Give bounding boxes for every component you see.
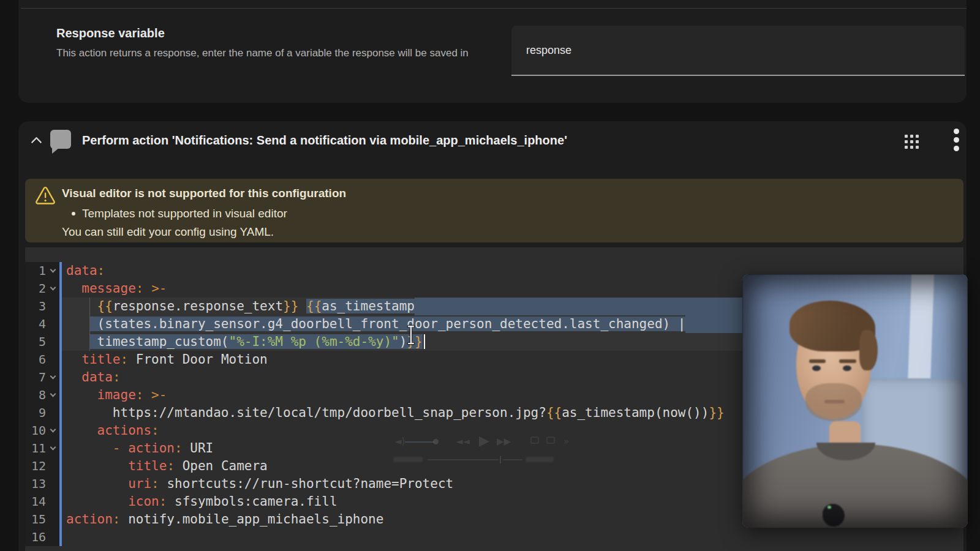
collapse-button[interactable]: [26, 130, 47, 151]
chevron-down-icon: [50, 427, 56, 433]
code-tokens: timestamp_custom("%-I:%M %p (%m-%d-%y)")…: [66, 333, 425, 351]
line-number: 11: [31, 440, 46, 457]
text-caret: [424, 334, 425, 349]
mouse-ibeam-cursor: [406, 324, 416, 345]
code-line[interactable]: 16: [25, 528, 963, 546]
line-number-gutter: 3: [25, 298, 59, 315]
line-number-gutter: 15: [25, 511, 59, 528]
fold-spacer: [46, 404, 59, 422]
line-number: 13: [31, 475, 46, 493]
line-number-gutter: 11: [25, 440, 59, 457]
fold-spacer: [46, 528, 59, 546]
visual-editor-warning: Visual editor is not supported for this …: [25, 179, 963, 242]
webcam-vignette: [742, 274, 968, 528]
code-tokens: message: >-: [66, 280, 167, 298]
section-divider: [21, 8, 967, 9]
line-number-gutter: 13: [25, 475, 59, 493]
warning-title: Visual editor is not supported for this …: [62, 185, 346, 202]
webcam-overlay: [742, 274, 968, 528]
code-line-content[interactable]: [62, 528, 963, 546]
fold-spacer: [46, 457, 59, 475]
code-tokens: {{response.response_text}} {{as_timestam…: [66, 298, 415, 315]
indent-guide: [89, 298, 90, 315]
code-tokens: data:: [66, 262, 105, 280]
fold-spacer: [46, 333, 59, 351]
code-tokens: icon: sfsymbols:camera.fill: [66, 493, 337, 511]
indent-guide: [89, 333, 90, 351]
bullet-dot: [72, 212, 75, 216]
line-number-gutter: 1: [25, 262, 59, 280]
line-number-gutter: 9: [25, 404, 59, 422]
line-number-gutter: 4: [25, 315, 59, 333]
chevron-down-icon: [50, 267, 56, 273]
code-tokens: (states.binary_sensor.g4_doorbell_front_…: [66, 315, 685, 333]
fold-spacer: [46, 493, 59, 511]
line-number: 7: [39, 369, 46, 386]
action-card-header: Perform action 'Notifications: Send a no…: [18, 121, 967, 162]
line-number: 6: [39, 351, 46, 369]
chevron-down-icon: [50, 391, 56, 397]
fold-spacer: [46, 298, 59, 315]
overflow-menu-button[interactable]: [946, 129, 967, 150]
grid-dots-icon: [905, 135, 919, 149]
line-number: 12: [31, 457, 46, 475]
fold-spacer: [46, 315, 59, 333]
code-tokens: action: notify.mobile_app_michaels_iphon…: [66, 511, 383, 528]
indent-guide: [89, 315, 90, 333]
fold-toggle[interactable]: [46, 440, 59, 457]
code-tokens: uri: shortcuts://run-shortcut?name=Prote…: [66, 475, 453, 493]
code-tokens: https://mtandao.site/local/tmp/doorbell_…: [66, 404, 725, 422]
fold-spacer: [46, 475, 59, 493]
line-number: 14: [31, 493, 46, 511]
chevron-up-icon: [31, 137, 42, 148]
line-number-gutter: 5: [25, 333, 59, 351]
line-number: 9: [39, 404, 46, 422]
fold-toggle[interactable]: [46, 369, 59, 386]
line-number: 2: [39, 280, 46, 298]
warning-triangle-icon: [35, 186, 56, 206]
line-number: 8: [39, 386, 46, 404]
line-number-gutter: 16: [25, 528, 59, 546]
warning-bullet-item: Templates not supported in visual editor: [72, 207, 287, 220]
fold-toggle[interactable]: [46, 386, 59, 404]
fold-toggle[interactable]: [46, 280, 59, 298]
kebab-icon: [954, 129, 959, 151]
code-tokens: title: Front Door Motion: [66, 351, 268, 369]
response-variable-title: Response variable: [56, 26, 165, 40]
code-tokens: data:: [66, 369, 121, 386]
code-tokens: image: >-: [66, 386, 167, 404]
line-number-gutter: 2: [25, 280, 59, 298]
code-tokens: - action: URI: [66, 440, 213, 457]
line-number-gutter: 12: [25, 457, 59, 475]
response-variable-input[interactable]: response: [511, 26, 965, 76]
automation-editor-page: Response variable This action returns a …: [0, 0, 980, 551]
warning-bullet-text: Templates not supported in visual editor: [82, 207, 287, 220]
response-variable-input-value: response: [526, 44, 571, 57]
line-number: 5: [39, 333, 46, 351]
line-number-gutter: 10: [25, 422, 59, 440]
chevron-down-icon: [50, 444, 56, 451]
code-tokens: actions:: [66, 422, 159, 440]
response-variable-card: Response variable This action returns a …: [18, 0, 967, 103]
drag-handle-button[interactable]: [901, 131, 922, 152]
line-number: 3: [39, 298, 46, 315]
comment-icon[interactable]: [50, 130, 71, 149]
line-number-gutter: 7: [25, 369, 59, 386]
action-card-title: Perform action 'Notifications: Send a no…: [82, 133, 567, 148]
line-number: 4: [39, 315, 46, 333]
response-variable-description: This action returns a response, enter th…: [56, 47, 485, 60]
line-number: 10: [31, 422, 46, 440]
fold-spacer: [46, 351, 59, 369]
line-number-gutter: 8: [25, 386, 59, 404]
fold-toggle[interactable]: [46, 422, 59, 440]
line-number: 16: [31, 528, 46, 546]
fold-spacer: [46, 511, 59, 528]
code-tokens: title: Open Camera: [66, 457, 268, 475]
line-number: 1: [39, 262, 46, 280]
line-number-gutter: 6: [25, 351, 59, 369]
fold-toggle[interactable]: [46, 262, 59, 280]
line-number: 15: [31, 511, 46, 528]
line-number-gutter: 14: [25, 493, 59, 511]
chevron-down-icon: [50, 285, 56, 291]
warning-footer: You can still edit your config using YAM…: [62, 225, 274, 239]
